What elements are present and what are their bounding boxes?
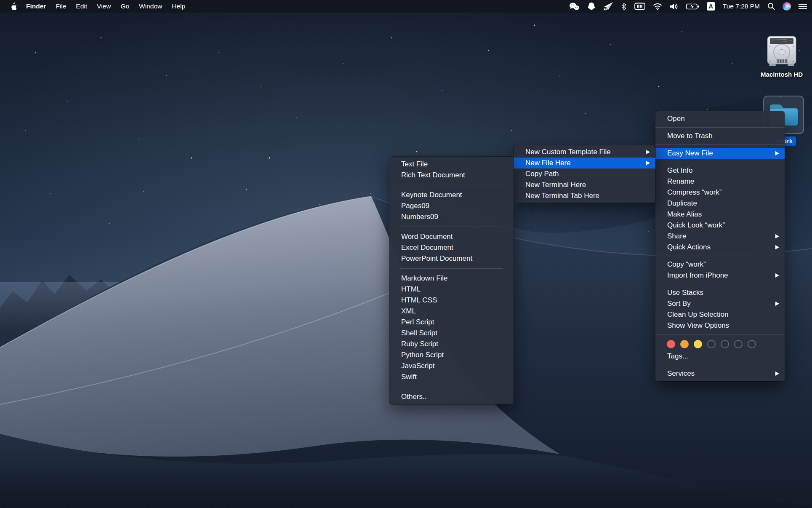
menu-item-use-stacks[interactable]: Use Stacks xyxy=(655,287,785,298)
menu-item-rename[interactable]: Rename xyxy=(655,176,785,187)
menubar-item-go[interactable]: Go xyxy=(120,3,129,10)
menu-item-javascript[interactable]: JavaScript xyxy=(389,361,514,372)
menu-item-keynote-document[interactable]: Keynote Document xyxy=(389,190,514,201)
menu-item-markdown-file[interactable]: Markdown File xyxy=(389,273,514,284)
menu-separator xyxy=(655,365,785,365)
menu-item-quick-actions[interactable]: Quick Actions xyxy=(655,242,785,253)
menu-item-make-alias[interactable]: Make Alias xyxy=(655,209,785,220)
context-menu: Open Move to Trash Easy New File Get Inf… xyxy=(655,111,785,381)
menu-item-open[interactable]: Open xyxy=(655,113,785,124)
apple-icon xyxy=(10,3,16,10)
menu-item-others[interactable]: Others.. xyxy=(389,391,514,402)
hard-drive-icon xyxy=(765,35,799,67)
svg-text:PP: PP xyxy=(604,8,607,11)
volume-icon[interactable] xyxy=(670,0,679,13)
submenu-arrow-icon xyxy=(646,161,650,165)
menu-separator xyxy=(400,268,503,269)
tag-empty[interactable] xyxy=(734,340,743,348)
siri-icon[interactable] xyxy=(783,0,791,13)
menu-separator xyxy=(400,387,503,387)
menu-item-shell-script[interactable]: Shell Script xyxy=(389,328,514,339)
tag-empty[interactable] xyxy=(707,340,716,348)
submenu-arrow-icon xyxy=(775,245,779,249)
menubar-app-name[interactable]: Finder xyxy=(26,3,46,10)
menu-item-quick-look[interactable]: Quick Look “work” xyxy=(655,220,785,231)
menu-item-import-from-iphone[interactable]: Import from iPhone xyxy=(655,270,785,281)
menu-separator xyxy=(655,162,785,162)
menu-item-new-terminal-here[interactable]: New Terminal Here xyxy=(514,179,655,190)
tag-orange[interactable] xyxy=(680,340,689,348)
menubar-item-view[interactable]: View xyxy=(97,3,111,10)
menu-item-clean-up-selection[interactable]: Clean Up Selection xyxy=(655,309,785,320)
tag-yellow[interactable] xyxy=(694,340,702,348)
menu-item-xml[interactable]: XML xyxy=(389,306,514,317)
apple-menu[interactable] xyxy=(10,0,16,13)
volume-label: Macintosh HD xyxy=(752,71,811,78)
menu-item-ruby-script[interactable]: Ruby Script xyxy=(389,339,514,350)
wifi-icon[interactable] xyxy=(653,0,662,13)
battery-charging-icon[interactable] xyxy=(686,0,699,13)
tag-color-row xyxy=(655,337,785,351)
menubar-item-file[interactable]: File xyxy=(56,3,66,10)
menu-item-copy-path[interactable]: Copy Path xyxy=(514,168,655,179)
desktop-screen: Finder File Edit View Go Window Help xyxy=(0,0,812,508)
desktop-icon-macintosh-hd[interactable]: Macintosh HD xyxy=(752,35,811,78)
submenu-arrow-icon xyxy=(646,150,650,154)
submenu-arrow-icon xyxy=(775,273,779,278)
keyboard-icon[interactable] xyxy=(634,0,645,13)
menu-item-word-document[interactable]: Word Document xyxy=(389,231,514,242)
menu-item-duplicate[interactable]: Duplicate xyxy=(655,198,785,209)
menu-separator xyxy=(655,284,785,284)
qq-icon[interactable] xyxy=(587,0,596,13)
menu-item-python-script[interactable]: Python Script xyxy=(389,350,514,361)
menu-item-tags[interactable]: Tags... xyxy=(655,351,785,362)
wechat-icon[interactable] xyxy=(569,0,580,13)
menu-item-sort-by[interactable]: Sort By xyxy=(655,298,785,309)
menu-item-share[interactable]: Share xyxy=(655,231,785,242)
menu-separator xyxy=(400,185,503,185)
menubar-item-help[interactable]: Help xyxy=(172,3,185,10)
submenu-arrow-icon xyxy=(775,234,779,238)
menu-separator xyxy=(655,144,785,145)
menu-item-services[interactable]: Services xyxy=(655,368,785,379)
submenu-arrow-icon xyxy=(775,302,779,306)
menubar-clock[interactable]: Tue 7:28 PM xyxy=(723,3,760,10)
menubar-item-edit[interactable]: Edit xyxy=(76,3,87,10)
paperplane-icon[interactable]: PP xyxy=(603,0,613,13)
submenu-arrow-icon xyxy=(775,372,779,376)
menu-item-numbers09[interactable]: Numbers09 xyxy=(389,211,514,222)
search-icon[interactable] xyxy=(767,0,775,13)
tag-empty[interactable] xyxy=(748,340,756,348)
menu-item-swift[interactable]: Swift xyxy=(389,372,514,382)
menu-item-compress[interactable]: Compress “work” xyxy=(655,187,785,198)
bluetooth-icon[interactable] xyxy=(621,0,627,13)
menu-item-excel-document[interactable]: Excel Document xyxy=(389,242,514,253)
menu-separator xyxy=(655,334,785,334)
input-source-a[interactable]: A xyxy=(707,0,715,13)
menu-separator xyxy=(400,227,503,227)
menu-item-new-terminal-tab-here[interactable]: New Terminal Tab Here xyxy=(514,190,655,201)
menu-item-get-info[interactable]: Get Info xyxy=(655,165,785,176)
tag-empty[interactable] xyxy=(721,340,729,348)
menu-item-copy[interactable]: Copy “work” xyxy=(655,259,785,270)
menu-item-new-file-here[interactable]: New File Here xyxy=(514,158,655,168)
tag-red[interactable] xyxy=(667,340,675,348)
easy-new-file-submenu: New Custom Template File New File Here C… xyxy=(514,145,655,203)
menu-item-rich-text-document[interactable]: Rich Text Document xyxy=(389,170,514,181)
new-file-type-submenu: Text File Rich Text Document Keynote Doc… xyxy=(389,157,514,404)
menu-item-powerpoint-document[interactable]: PowerPoint Document xyxy=(389,253,514,264)
menubar-item-window[interactable]: Window xyxy=(139,3,162,10)
menu-item-show-view-options[interactable]: Show View Options xyxy=(655,320,785,331)
menu-separator xyxy=(655,256,785,256)
menu-item-new-custom-template-file[interactable]: New Custom Template File xyxy=(514,147,655,158)
menu-item-move-to-trash[interactable]: Move to Trash xyxy=(655,131,785,142)
menu-item-perl-script[interactable]: Perl Script xyxy=(389,317,514,328)
menu-item-text-file[interactable]: Text File xyxy=(389,159,514,170)
list-icon[interactable] xyxy=(799,0,807,13)
menu-item-html[interactable]: HTML xyxy=(389,284,514,295)
menu-item-html-css[interactable]: HTML CSS xyxy=(389,295,514,306)
menu-item-easy-new-file[interactable]: Easy New File xyxy=(655,148,785,159)
submenu-arrow-icon xyxy=(775,151,779,155)
menu-item-pages09[interactable]: Pages09 xyxy=(389,201,514,211)
menu-bar: Finder File Edit View Go Window Help xyxy=(0,0,812,13)
